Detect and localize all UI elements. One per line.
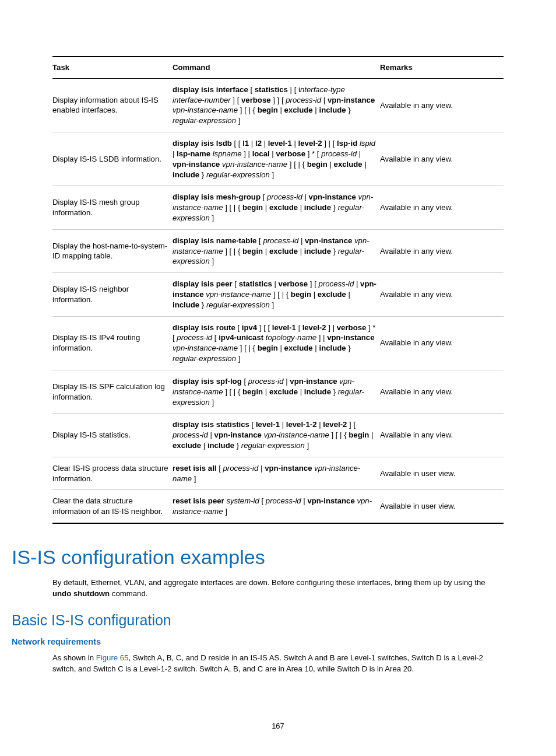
intro-paragraph: By default, Ethernet, VLAN, and aggregat…: [52, 577, 504, 599]
table-row: Display IS-IS statistics. display isis s…: [52, 414, 504, 457]
task-cell: Display IS-IS statistics.: [52, 414, 173, 457]
command-cell: reset isis all [ process-id | vpn-instan…: [173, 457, 380, 490]
command-cell: display isis peer [ statistics | verbose…: [173, 273, 380, 316]
remarks-cell: Available in any view.: [380, 132, 504, 186]
page-number: 167: [0, 722, 556, 730]
command-cell: reset isis peer system-id [ process-id |…: [173, 490, 380, 523]
remarks-cell: Available in any view.: [380, 414, 504, 457]
command-cell: display isis lsdb [ [ l1 | l2 | level-1 …: [173, 132, 380, 186]
table-row: Display IS-IS LSDB information. display …: [52, 132, 504, 186]
command-cell: display isis interface [ statistics | [ …: [173, 78, 380, 132]
remarks-cell: Available in any view.: [380, 229, 504, 272]
command-table: Task Command Remarks Display information…: [52, 56, 504, 524]
table-row: Display information about IS-IS enabled …: [52, 78, 504, 132]
task-cell: Display IS-IS SPF calculation log inform…: [52, 370, 173, 413]
table-row: Display IS-IS SPF calculation log inform…: [52, 370, 504, 413]
figure-link[interactable]: Figure 65: [96, 653, 129, 662]
task-cell: Clear IS-IS process data structure infor…: [52, 457, 173, 490]
task-cell: Clear the data structure information of …: [52, 490, 173, 523]
table-row: Clear the data structure information of …: [52, 490, 504, 523]
command-cell: display isis spf-log [ process-id | vpn-…: [173, 370, 380, 413]
col-task: Task: [52, 57, 173, 78]
table-row: Clear IS-IS process data structure infor…: [52, 457, 504, 490]
table-row: Display IS-IS mesh group information. di…: [52, 186, 504, 229]
remarks-cell: Available in any view.: [380, 186, 504, 229]
command-cell: display isis statistics [ level-1 | leve…: [173, 414, 380, 457]
command-cell: display isis route [ ipv4 ] [ [ level-1 …: [173, 316, 380, 370]
table-row: Display IS-IS neighbor information. disp…: [52, 273, 504, 316]
col-remarks: Remarks: [380, 57, 504, 78]
remarks-cell: Available in user view.: [380, 457, 504, 490]
task-cell: Display the host-name-to-system-ID mappi…: [52, 229, 173, 272]
col-command: Command: [173, 57, 380, 78]
command-cell: display isis mesh-group [ process-id | v…: [173, 186, 380, 229]
heading-network-req: Network requirements: [12, 637, 504, 646]
heading-isis-examples: IS-IS configuration examples: [12, 546, 504, 569]
table-row: Display the host-name-to-system-ID mappi…: [52, 229, 504, 272]
remarks-cell: Available in any view.: [380, 316, 504, 370]
network-req-paragraph: As shown in Figure 65, Switch A, B, C, a…: [52, 652, 504, 674]
heading-basic-isis: Basic IS-IS configuration: [12, 612, 504, 629]
task-cell: Display IS-IS IPv4 routing information.: [52, 316, 173, 370]
remarks-cell: Available in any view.: [380, 78, 504, 132]
table-row: Display IS-IS IPv4 routing information. …: [52, 316, 504, 370]
task-cell: Display IS-IS mesh group information.: [52, 186, 173, 229]
task-cell: Display IS-IS LSDB information.: [52, 132, 173, 186]
task-cell: Display information about IS-IS enabled …: [52, 78, 173, 132]
remarks-cell: Available in any view.: [380, 370, 504, 413]
remarks-cell: Available in any view.: [380, 273, 504, 316]
table-header-row: Task Command Remarks: [52, 57, 504, 78]
remarks-cell: Available in user view.: [380, 490, 504, 523]
task-cell: Display IS-IS neighbor information.: [52, 273, 173, 316]
command-cell: display isis name-table [ process-id | v…: [173, 229, 380, 272]
